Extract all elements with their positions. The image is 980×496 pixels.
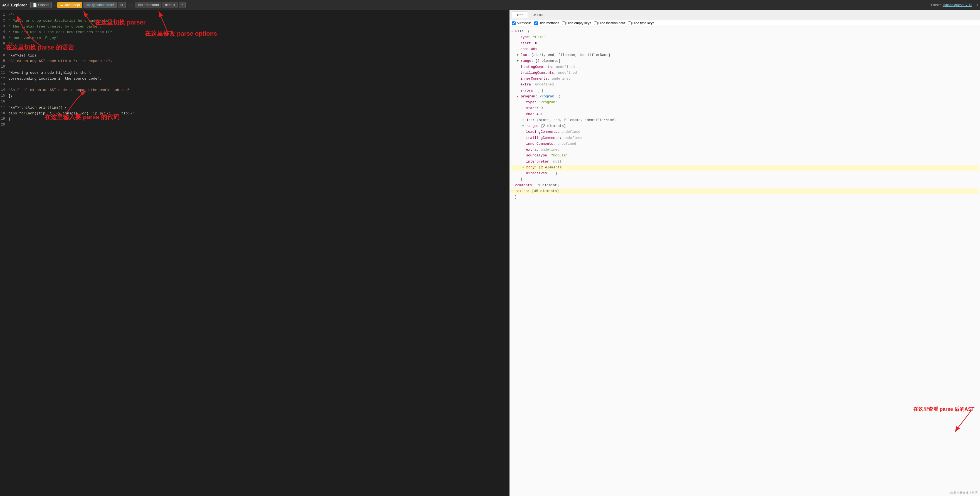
- code-line: 17"kw">function printTips() {: [0, 105, 509, 111]
- expand-icon[interactable]: +: [522, 124, 526, 128]
- tree-node: interpreter: null: [511, 159, 979, 165]
- line-content: * You can use all the cool new features …: [8, 30, 507, 35]
- expand-icon[interactable]: +: [511, 183, 515, 187]
- help-button[interactable]: ?: [179, 2, 186, 8]
- language-button[interactable]: ☁ JavaScript: [57, 2, 82, 8]
- tree-node: innerComments: undefined: [511, 141, 979, 147]
- line-number: 15: [0, 93, 8, 99]
- line-content: "kw">let tips = [: [8, 53, 507, 59]
- snippet-icon: 📄: [33, 3, 37, 7]
- tree-node[interactable]: + tokens: [45 elements]: [511, 188, 979, 194]
- toolbar: AST Explorer 📄 Snippet ⑂ ☁ JavaScript </…: [0, 0, 980, 10]
- line-number: 17: [0, 105, 8, 110]
- snippet-button[interactable]: 📄 Snippet: [30, 2, 52, 8]
- line-content: [8, 64, 507, 70]
- line-number: 20: [0, 122, 8, 128]
- separator-1: ⑂: [53, 3, 56, 7]
- ast-tree[interactable]: - File {type: "File"start: 0end: 481+ lo…: [510, 26, 980, 496]
- line-number: 19: [0, 116, 8, 122]
- collapse-icon[interactable]: -: [516, 95, 520, 99]
- tree-node: start: 0: [511, 41, 979, 46]
- hide-methods-checkbox[interactable]: [534, 21, 538, 25]
- autofocus-checkbox[interactable]: [512, 21, 515, 25]
- line-number: 2: [0, 18, 8, 23]
- tree-node: directives: [ ]: [511, 171, 979, 177]
- line-number: 7: [0, 47, 8, 52]
- code-line: 13: [0, 82, 509, 88]
- line-number: 10: [0, 64, 8, 70]
- expand-icon[interactable]: +: [516, 53, 520, 57]
- code-line: 16: [0, 99, 509, 105]
- ast-pane: Tree JSON Autofocus Hide methods Hide em…: [509, 10, 980, 496]
- code-line: 10: [0, 64, 509, 70]
- code-line: 11 "Hovering over a node highlights the …: [0, 70, 509, 76]
- line-content: "Click on any AST node with a '+' to exp…: [8, 59, 507, 64]
- line-content: [8, 47, 507, 53]
- code-line: 9 "Click on any AST node with a '+' to e…: [0, 59, 509, 64]
- tab-tree[interactable]: Tree: [512, 11, 528, 18]
- code-icon: </>: [86, 3, 91, 7]
- line-number: 18: [0, 111, 8, 116]
- line-content: [8, 99, 507, 105]
- line-content: ];: [8, 93, 507, 99]
- line-number: 8: [0, 53, 8, 58]
- tree-node[interactable]: - program: Program {: [511, 94, 979, 100]
- code-line: 4 * You can use all the cool new feature…: [0, 30, 509, 35]
- hide-location-checkbox[interactable]: [594, 21, 598, 25]
- tree-node[interactable]: + comments: [1 element]: [511, 183, 979, 188]
- option-hide-empty-keys[interactable]: Hide empty keys: [562, 21, 591, 25]
- tree-node: }: [511, 194, 979, 200]
- expand-icon[interactable]: +: [522, 166, 526, 169]
- line-content: * the syntax tree created by chosen pars…: [8, 24, 507, 30]
- option-hide-location[interactable]: Hide location data: [594, 21, 625, 25]
- line-number: 3: [0, 24, 8, 29]
- expand-icon[interactable]: +: [522, 118, 526, 122]
- code-line: 15];: [0, 93, 509, 99]
- settings-button[interactable]: ⚙: [118, 2, 126, 8]
- tree-node[interactable]: + loc: {start, end, filename, identifier…: [511, 52, 979, 58]
- code-line: 12 corresponding location in the source …: [0, 76, 509, 82]
- line-content: corresponding location in the source cod…: [8, 76, 507, 82]
- tree-node[interactable]: + body: [2 elements]: [511, 165, 979, 171]
- option-hide-type-keys[interactable]: Hide type keys: [628, 21, 654, 25]
- tree-node[interactable]: + loc: {start, end, filename, identifier…: [511, 118, 979, 123]
- line-number: 11: [0, 70, 8, 75]
- tree-node[interactable]: + range: [2 elements]: [511, 123, 979, 129]
- tree-node[interactable]: + range: [2 elements]: [511, 58, 979, 64]
- code-lines: 1/**2 * Paste or drop some JavaScript he…: [0, 12, 509, 128]
- default-button[interactable]: default: [162, 2, 178, 8]
- code-line: 18 tips.forEach((tip, i) => console.log(…: [0, 111, 509, 116]
- code-line: 20: [0, 122, 509, 128]
- parser-version-link[interactable]: @babel/parser-7.13: [943, 3, 972, 7]
- line-content: * and even more. Enjoy!: [8, 35, 507, 41]
- expand-icon[interactable]: +: [511, 189, 515, 193]
- line-content: /**: [8, 12, 507, 18]
- tree-node: trailingComments: undefined: [511, 70, 979, 76]
- line-content: "kw">function printTips() {: [8, 105, 507, 111]
- tree-node: sourceType: "module": [511, 153, 979, 159]
- tree-node: end: 481: [511, 112, 979, 118]
- tree-node: leadingComments: undefined: [511, 129, 979, 135]
- line-content: */: [8, 41, 507, 47]
- transform-button[interactable]: ⌨ Transform: [135, 2, 161, 8]
- parser-button[interactable]: </> @babel/parser: [83, 2, 116, 8]
- expand-icon[interactable]: +: [516, 59, 520, 63]
- collapse-icon[interactable]: -: [511, 30, 515, 33]
- option-autofocus[interactable]: Autofocus: [512, 21, 531, 25]
- tree-node: }: [511, 177, 979, 182]
- tree-node: type: "Program": [511, 100, 979, 105]
- line-number: 16: [0, 99, 8, 104]
- ast-options: Autofocus Hide methods Hide empty keys H…: [510, 20, 980, 26]
- option-hide-methods[interactable]: Hide methods: [534, 21, 559, 25]
- line-number: 1: [0, 12, 8, 18]
- tab-json[interactable]: JSON: [529, 11, 547, 18]
- code-line: 8"kw">let tips = [: [0, 53, 509, 59]
- code-line: 5 * and even more. Enjoy!: [0, 35, 509, 41]
- code-editor[interactable]: 1/**2 * Paste or drop some JavaScript he…: [0, 10, 509, 496]
- footer: @掘土圆金技术社区: [950, 491, 978, 495]
- hide-empty-keys-checkbox[interactable]: [562, 21, 566, 25]
- tree-node: innerComments: undefined: [511, 76, 979, 82]
- hide-type-keys-checkbox[interactable]: [628, 21, 632, 25]
- tree-node: type: "File": [511, 35, 979, 40]
- tree-node[interactable]: - File {: [511, 29, 979, 35]
